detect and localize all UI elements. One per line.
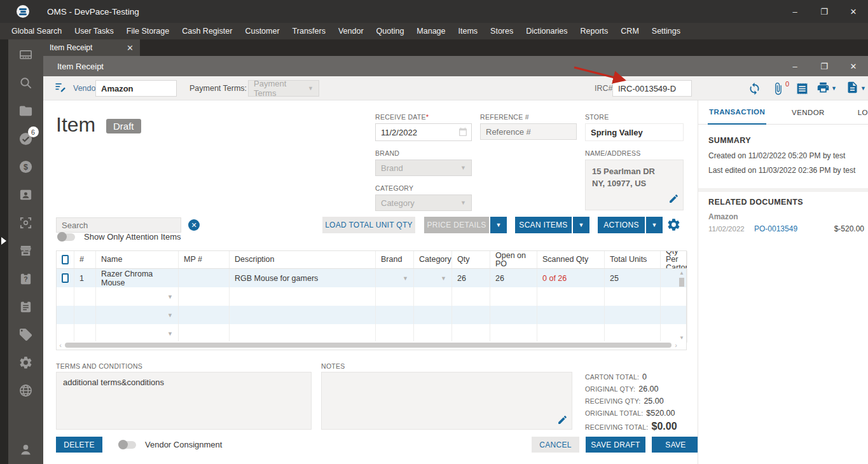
name-address-box[interactable]: 15 Pearlman DR NY, 10977, US bbox=[585, 160, 684, 210]
menu-crm[interactable]: CRM bbox=[614, 23, 645, 39]
clear-search-icon[interactable]: ✕ bbox=[188, 219, 200, 231]
brand-select[interactable]: Brand ▼ bbox=[375, 160, 472, 176]
vendor-edit-icon[interactable] bbox=[54, 81, 67, 96]
edit-address-pencil-icon[interactable] bbox=[668, 193, 679, 207]
col-category[interactable]: Category bbox=[414, 251, 452, 268]
chevron-down-icon[interactable]: ▼ bbox=[441, 275, 446, 282]
inner-close-button[interactable]: ✕ bbox=[839, 62, 868, 71]
menu-global-search[interactable]: Global Search bbox=[5, 23, 68, 39]
col-qty-per-carton[interactable]: Qty Per Carton bbox=[661, 251, 687, 268]
cell-total-units[interactable]: 25 bbox=[605, 269, 661, 287]
table-settings-gear-icon[interactable] bbox=[666, 217, 681, 235]
select-all-checkbox[interactable] bbox=[62, 255, 69, 264]
dollar-icon[interactable]: $ bbox=[18, 158, 34, 175]
actions-chevron-button[interactable]: ▼ bbox=[646, 217, 663, 233]
receipt-icon[interactable] bbox=[796, 76, 809, 100]
menu-manage[interactable]: Manage bbox=[410, 23, 451, 39]
menu-stores[interactable]: Stores bbox=[484, 23, 520, 39]
contact-card-icon[interactable] bbox=[18, 186, 34, 203]
vendor-consignment-toggle[interactable] bbox=[118, 441, 136, 449]
tab-logs[interactable]: LOGS bbox=[857, 100, 868, 125]
terms-textarea[interactable]: additional terms&conditions bbox=[56, 372, 312, 430]
scroll-down-icon[interactable]: ▼ bbox=[679, 335, 684, 341]
menu-items[interactable]: Items bbox=[452, 23, 485, 39]
table-vertical-scrollbar[interactable]: ▲ ▼ bbox=[678, 270, 685, 341]
scan-items-chevron-button[interactable]: ▼ bbox=[573, 217, 589, 233]
export-chevron-down-icon[interactable]: ▼ bbox=[860, 85, 866, 92]
maximize-button[interactable]: ❐ bbox=[809, 7, 839, 17]
cell-description[interactable]: RGB Mouse for gamers bbox=[230, 269, 376, 287]
pos-display-icon[interactable] bbox=[18, 46, 34, 63]
chevron-down-icon[interactable]: ▼ bbox=[167, 331, 173, 337]
sync-icon[interactable] bbox=[748, 76, 761, 100]
menu-vendor[interactable]: Vendor bbox=[332, 23, 370, 39]
scan-frame-icon[interactable] bbox=[18, 214, 34, 231]
folder-icon[interactable] bbox=[18, 102, 34, 119]
tab-vendor[interactable]: VENDOR bbox=[790, 100, 826, 125]
menu-customer[interactable]: Customer bbox=[238, 23, 286, 39]
print-chevron-down-icon[interactable]: ▼ bbox=[831, 85, 837, 92]
menu-dictionaries[interactable]: Dictionaries bbox=[520, 23, 574, 39]
load-total-unit-qty-button[interactable]: LOAD TOTAL UNIT QTY bbox=[322, 217, 415, 233]
col-qty[interactable]: Qty bbox=[452, 251, 490, 268]
chevron-down-icon[interactable]: ▼ bbox=[167, 312, 173, 318]
calendar-icon[interactable] bbox=[458, 127, 468, 140]
cancel-button[interactable]: CANCEL bbox=[532, 437, 579, 453]
reference-input[interactable] bbox=[480, 123, 577, 140]
menu-quoting[interactable]: Quoting bbox=[370, 23, 411, 39]
inner-minimize-button[interactable]: – bbox=[780, 62, 809, 71]
menu-user-tasks[interactable]: User Tasks bbox=[68, 23, 120, 39]
cell-qty[interactable]: 26 bbox=[452, 269, 490, 287]
clipboard-question-icon[interactable]: ? bbox=[18, 270, 34, 287]
chevron-down-icon[interactable]: ▼ bbox=[167, 294, 173, 300]
menu-file-storage[interactable]: File Storage bbox=[120, 23, 176, 39]
close-button[interactable]: ✕ bbox=[839, 7, 868, 17]
horizontal-scroll-thumb[interactable] bbox=[65, 343, 672, 348]
price-details-chevron-button[interactable]: ▼ bbox=[490, 217, 507, 233]
row-checkbox[interactable] bbox=[62, 273, 69, 283]
menu-reports[interactable]: Reports bbox=[574, 23, 615, 39]
payment-terms-select[interactable]: Payment Terms ▼ bbox=[248, 80, 319, 97]
col-open-on-po[interactable]: Open on PO bbox=[490, 251, 537, 268]
col-mp[interactable]: MP # bbox=[179, 251, 230, 268]
col-scanned-qty[interactable]: Scanned Qty bbox=[537, 251, 605, 268]
save-button[interactable]: SAVE bbox=[652, 437, 699, 453]
scroll-left-icon[interactable]: ‹ bbox=[57, 341, 64, 349]
attention-toggle[interactable] bbox=[57, 233, 75, 241]
inner-maximize-button[interactable]: ❐ bbox=[809, 62, 839, 71]
vendor-input[interactable] bbox=[95, 80, 177, 97]
user-icon[interactable] bbox=[18, 441, 34, 458]
tasks-check-icon[interactable]: 6 bbox=[18, 130, 34, 147]
store-icon[interactable] bbox=[18, 242, 34, 259]
sidebar-expander-arrow-icon[interactable] bbox=[1, 237, 6, 245]
price-details-button[interactable]: PRICE DETAILS bbox=[424, 217, 489, 233]
store-input[interactable] bbox=[585, 123, 684, 141]
gear-icon[interactable] bbox=[18, 354, 34, 371]
minimize-button[interactable]: – bbox=[780, 7, 809, 17]
tab-close-icon[interactable]: ✕ bbox=[127, 43, 134, 53]
category-select[interactable]: Category ▼ bbox=[375, 194, 472, 211]
actions-button[interactable]: ACTIONS bbox=[598, 217, 645, 233]
scroll-right-icon[interactable]: › bbox=[673, 341, 679, 349]
table-horizontal-scrollbar[interactable]: ‹ › bbox=[57, 341, 679, 349]
tag-icon[interactable] bbox=[18, 326, 34, 343]
menu-cash-register[interactable]: Cash Register bbox=[176, 23, 238, 39]
chevron-down-icon[interactable]: ▼ bbox=[403, 275, 408, 282]
col-num[interactable]: # bbox=[74, 251, 96, 268]
menu-transfers[interactable]: Transfers bbox=[286, 23, 332, 39]
table-row-empty[interactable]: ▼ bbox=[57, 324, 686, 343]
save-draft-button[interactable]: SAVE DRAFT bbox=[586, 437, 645, 453]
items-search-input[interactable] bbox=[56, 217, 181, 233]
tab-item-receipt[interactable]: Item Receipt ✕ bbox=[43, 39, 140, 56]
irc-number-input[interactable] bbox=[612, 80, 692, 97]
tab-transaction[interactable]: TRANSACTION bbox=[708, 100, 766, 125]
edit-notes-pencil-icon[interactable] bbox=[557, 414, 568, 428]
print-icon[interactable] bbox=[816, 81, 830, 97]
col-brand[interactable]: Brand bbox=[376, 251, 414, 268]
scan-items-button[interactable]: SCAN ITEMS bbox=[515, 217, 572, 233]
col-total-units[interactable]: Total Units bbox=[605, 251, 661, 268]
cell-name[interactable]: Razer Chroma Mouse bbox=[96, 269, 179, 287]
table-row[interactable]: 1 Razer Chroma Mouse RGB Mouse for gamer… bbox=[57, 269, 686, 287]
notes-textarea[interactable] bbox=[321, 372, 572, 430]
scroll-up-icon[interactable]: ▲ bbox=[679, 270, 684, 276]
